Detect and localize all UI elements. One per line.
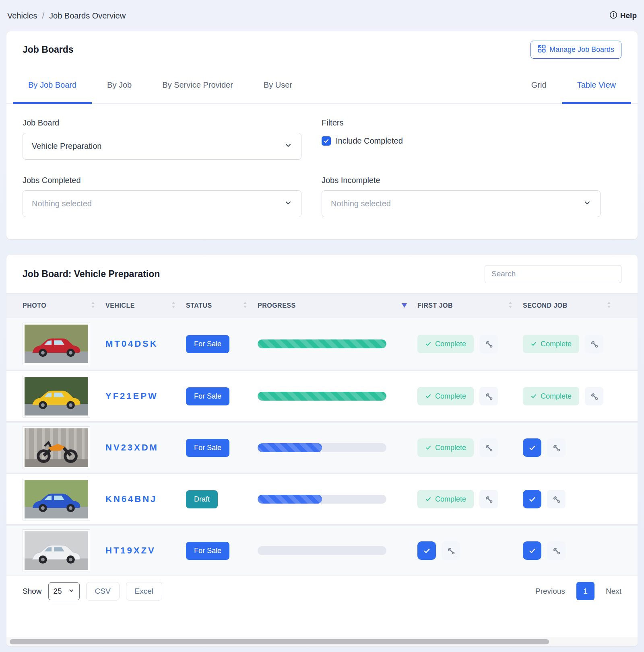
second-job-complete-badge[interactable]: Complete	[523, 387, 579, 405]
photo-cell	[23, 529, 105, 572]
first-job-complete-badge[interactable]: Complete	[417, 438, 474, 457]
first-job-cell: Complete	[417, 387, 523, 405]
table-footer: Show 25 CSV Excel Previous 1 Next	[6, 576, 638, 606]
breadcrumb: Vehicles / Job Boards Overview	[7, 11, 126, 21]
first-job-wrench-button[interactable]	[479, 438, 498, 457]
status-badge[interactable]: For Sale	[186, 542, 229, 560]
help-label: Help	[620, 11, 637, 20]
second-job-checkbox[interactable]	[523, 541, 541, 560]
page-size-value: 25	[54, 587, 62, 596]
vehicle-photo[interactable]	[23, 478, 90, 520]
status-badge[interactable]: For Sale	[186, 439, 229, 457]
jobs-incomplete-placeholder: Nothing selected	[331, 199, 391, 208]
second-job-complete-badge[interactable]: Complete	[523, 335, 579, 353]
first-job-wrench-button[interactable]	[479, 490, 498, 508]
progress-bar	[258, 339, 386, 348]
jobs-incomplete-select[interactable]: Nothing selected	[322, 190, 601, 217]
job-board-field: Job Board Vehicle Preparation	[23, 118, 301, 160]
chevron-down-icon	[284, 199, 292, 209]
progress-bar	[258, 495, 386, 504]
column-header-vehicle[interactable]: VEHICLE	[105, 302, 186, 310]
vehicle-photo[interactable]	[23, 529, 90, 572]
table-header-row: PHOTO VEHICLE STATUS PROGRESS FIRST JOB …	[6, 293, 638, 318]
search-input[interactable]	[485, 265, 621, 283]
page-size-select[interactable]: 25	[48, 582, 80, 600]
previous-page-button[interactable]: Previous	[535, 587, 565, 596]
progress-fill	[258, 495, 322, 504]
second-job-checkbox[interactable]	[523, 438, 541, 457]
sort-desc-icon	[402, 302, 407, 309]
wrench-icon	[552, 547, 561, 555]
footer-spacer	[6, 606, 638, 637]
first-job-complete-badge[interactable]: Complete	[417, 387, 474, 405]
vehicle-photo[interactable]	[23, 323, 90, 365]
jobs-incomplete-field: Jobs Incomplete Nothing selected	[322, 176, 601, 217]
tab-by-service-provider[interactable]: By Service Provider	[147, 68, 248, 104]
wrench-icon	[485, 340, 493, 348]
tabs-row: By Job Board By Job By Service Provider …	[6, 68, 638, 104]
second-job-wrench-button[interactable]	[585, 387, 603, 405]
first-job-checkbox[interactable]	[417, 541, 436, 560]
column-header-first-job[interactable]: FIRST JOB	[417, 302, 523, 310]
manage-job-boards-button[interactable]: Manage Job Boards	[530, 41, 621, 59]
tab-table-view[interactable]: Table View	[562, 68, 631, 104]
table-row: KN64BNJ Draft Complete	[6, 473, 638, 524]
wrench-icon	[485, 495, 493, 504]
progress-bar	[258, 546, 386, 555]
first-job-complete-badge[interactable]: Complete	[417, 335, 474, 353]
status-cell: For Sale	[186, 439, 258, 457]
status-badge[interactable]: Draft	[186, 490, 218, 508]
column-header-second-job[interactable]: SECOND JOB	[523, 302, 621, 310]
second-job-wrench-button[interactable]	[547, 541, 566, 560]
first-job-wrench-button[interactable]	[479, 387, 498, 405]
second-job-wrench-button[interactable]	[547, 438, 566, 457]
first-job-cell: Complete	[417, 490, 523, 508]
vehicle-cell: MT04DSK	[105, 339, 186, 349]
vehicle-photo[interactable]	[23, 426, 90, 469]
check-icon	[425, 496, 431, 502]
help-button[interactable]: Help	[609, 11, 637, 21]
check-icon	[528, 496, 536, 503]
status-cell: Draft	[186, 490, 258, 508]
jobs-completed-select[interactable]: Nothing selected	[23, 190, 301, 217]
job-board-select[interactable]: Vehicle Preparation	[23, 133, 301, 160]
scrollbar-thumb[interactable]	[10, 639, 549, 644]
second-job-wrench-button[interactable]	[585, 335, 603, 353]
next-page-button[interactable]: Next	[606, 587, 621, 596]
tab-by-job[interactable]: By Job	[92, 68, 147, 104]
column-header-photo[interactable]: PHOTO	[23, 302, 105, 310]
vehicle-link[interactable]: HT19XZV	[105, 545, 156, 555]
csv-export-button[interactable]: CSV	[86, 582, 120, 601]
column-header-status[interactable]: STATUS	[186, 302, 258, 310]
photo-cell	[23, 323, 105, 365]
tab-by-job-board[interactable]: By Job Board	[13, 68, 92, 104]
status-badge[interactable]: For Sale	[186, 335, 229, 353]
photo-cell	[23, 478, 105, 520]
filters-field: Filters Include Completed	[322, 118, 601, 160]
include-completed-checkbox[interactable]	[322, 136, 331, 146]
first-job-wrench-button[interactable]	[442, 541, 460, 560]
info-icon	[609, 11, 617, 21]
column-header-progress[interactable]: PROGRESS	[258, 302, 417, 309]
first-job-complete-badge[interactable]: Complete	[417, 490, 474, 508]
vehicle-link[interactable]: KN64BNJ	[105, 494, 157, 504]
second-job-checkbox[interactable]	[523, 490, 541, 508]
current-page-button[interactable]: 1	[576, 582, 594, 600]
tab-by-user[interactable]: By User	[248, 68, 308, 104]
wrench-icon	[552, 495, 561, 504]
table-row: HT19XZV For Sale	[6, 524, 638, 576]
breadcrumb-vehicles[interactable]: Vehicles	[7, 11, 37, 21]
table-row: YF21EPW For Sale Complete Complete	[6, 370, 638, 421]
vehicle-link[interactable]: MT04DSK	[105, 339, 158, 349]
vehicle-link[interactable]: NV23XDM	[105, 442, 159, 452]
tab-grid-view[interactable]: Grid	[516, 68, 562, 104]
excel-export-button[interactable]: Excel	[126, 582, 162, 601]
horizontal-scrollbar[interactable]	[6, 637, 638, 646]
status-badge[interactable]: For Sale	[186, 387, 229, 405]
vehicle-photo[interactable]	[23, 375, 90, 418]
vehicle-cell: KN64BNJ	[105, 494, 186, 504]
vehicle-link[interactable]: YF21EPW	[105, 391, 158, 401]
progress-cell	[258, 392, 417, 401]
first-job-wrench-button[interactable]	[479, 335, 498, 353]
second-job-wrench-button[interactable]	[547, 490, 566, 508]
